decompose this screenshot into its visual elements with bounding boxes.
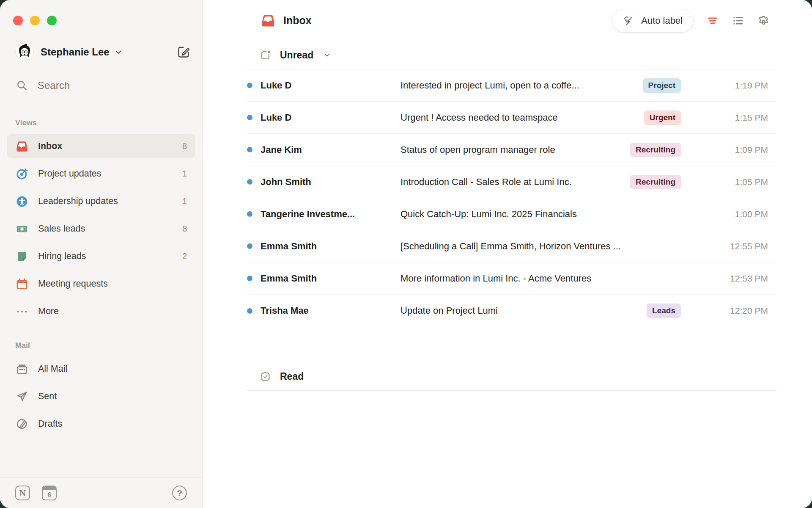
email-time: 1:00 PM bbox=[718, 209, 768, 219]
unread-count: 1 bbox=[182, 169, 187, 179]
main-header: Inbox Auto label bbox=[203, 0, 812, 41]
unread-email-rows: Luke DInterested in project Lumi, open t… bbox=[247, 69, 776, 327]
minimize-button[interactable] bbox=[30, 16, 40, 25]
email-row[interactable]: Luke DInterested in project Lumi, open t… bbox=[247, 69, 776, 102]
label-badge[interactable]: Project bbox=[643, 78, 681, 93]
header-actions: Auto label bbox=[612, 9, 770, 33]
unread-dot bbox=[247, 179, 252, 185]
label-badge[interactable]: Recruiting bbox=[630, 143, 681, 157]
email-subject: [Scheduling a Call] Emma Smith, Horizon … bbox=[401, 241, 681, 252]
email-row[interactable]: Emma Smith[Scheduling a Call] Emma Smith… bbox=[247, 230, 776, 262]
email-row[interactable]: Trisha MaeUpdate on Project LumiLeads12:… bbox=[247, 295, 776, 327]
sidebar-item-sent[interactable]: Sent bbox=[7, 384, 195, 409]
unread-dot bbox=[247, 276, 252, 281]
unread-dot bbox=[247, 115, 252, 120]
sidebar-item-hiring-leads[interactable]: Hiring leads2 bbox=[7, 244, 195, 268]
banknote-icon bbox=[16, 223, 28, 235]
email-sender: Emma Smith bbox=[261, 241, 401, 252]
email-sender: Jane Kim bbox=[261, 144, 401, 155]
email-row[interactable]: Jane KimStatus of open program manager r… bbox=[247, 134, 776, 166]
user-name: Stephanie Lee bbox=[41, 46, 110, 58]
email-sender: Emma Smith bbox=[261, 273, 401, 284]
calendar-badge[interactable]: 6 bbox=[42, 486, 57, 500]
inbox-icon bbox=[261, 14, 275, 28]
ellipsis-icon bbox=[16, 305, 28, 318]
auto-label-text: Auto label bbox=[641, 15, 683, 26]
sidebar-item-label: Meeting requests bbox=[38, 279, 187, 289]
email-row[interactable]: Luke DUrgent ! Access needed to teamspac… bbox=[247, 102, 776, 134]
label-badge[interactable]: Leads bbox=[647, 304, 681, 318]
auto-label-icon bbox=[623, 14, 635, 27]
inbox-icon bbox=[16, 140, 28, 153]
account-switcher[interactable]: Stephanie Lee bbox=[15, 42, 190, 62]
read-label: Read bbox=[280, 371, 304, 382]
list-view-button[interactable] bbox=[732, 14, 744, 27]
sidebar-item-inbox[interactable]: Inbox8 bbox=[7, 134, 195, 158]
sidebar-item-sales-leads[interactable]: Sales leads8 bbox=[7, 217, 195, 241]
sidebar-item-project-updates[interactable]: Project updates1 bbox=[7, 162, 195, 186]
chevron-down-icon bbox=[114, 47, 123, 57]
window-controls bbox=[0, 0, 202, 25]
sidebar-footer: N 6 ? bbox=[0, 478, 202, 508]
sidebar-item-drafts[interactable]: Drafts bbox=[7, 412, 195, 436]
sidebar-item-leadership-updates[interactable]: Leadership updates1 bbox=[7, 189, 195, 213]
sidebar-item-label: Project updates bbox=[38, 168, 182, 179]
calendar-icon bbox=[16, 278, 28, 290]
leadership-icon bbox=[16, 195, 28, 208]
label-badge[interactable]: Urgent bbox=[644, 110, 681, 125]
email-time: 1:05 PM bbox=[718, 177, 768, 187]
unread-count: 2 bbox=[182, 251, 187, 261]
target-icon bbox=[16, 168, 28, 180]
sidebar-item-label: All Mail bbox=[38, 364, 187, 374]
sidebar-item-label: More bbox=[38, 306, 187, 317]
email-row[interactable]: Tangerine Investme...Quick Catch-Up: Lum… bbox=[247, 198, 776, 230]
calendar-badge-top bbox=[43, 486, 56, 490]
note-icon bbox=[16, 250, 28, 263]
email-subject: More information in Lumi Inc. - Acme Ven… bbox=[401, 273, 681, 284]
unread-count: 8 bbox=[182, 141, 187, 151]
all-mail-icon bbox=[16, 363, 28, 375]
section-title: Mail bbox=[15, 341, 202, 350]
settings-button[interactable] bbox=[757, 14, 770, 27]
search-button[interactable]: Search bbox=[16, 76, 190, 95]
sidebar-item-label: Hiring leads bbox=[38, 251, 182, 262]
email-sender: Tangerine Investme... bbox=[261, 209, 401, 220]
search-label: Search bbox=[38, 80, 70, 91]
email-subject: Urgent ! Access needed to teamspace bbox=[401, 112, 644, 123]
unread-section-header[interactable]: Unread bbox=[247, 41, 776, 69]
sidebar-navigation: ViewsInbox8Project updates1Leadership up… bbox=[0, 95, 202, 439]
label-badge[interactable]: Recruiting bbox=[630, 175, 681, 189]
sidebar-section-views: ViewsInbox8Project updates1Leadership up… bbox=[0, 119, 202, 323]
email-time: 12:20 PM bbox=[718, 306, 768, 316]
notion-logo-badge[interactable]: N bbox=[15, 486, 30, 500]
maximize-button[interactable] bbox=[47, 16, 57, 25]
email-subject: Update on Project Lumi bbox=[401, 305, 647, 316]
unread-dot bbox=[247, 211, 252, 217]
drafts-icon bbox=[16, 418, 28, 431]
avatar bbox=[15, 43, 34, 61]
email-row[interactable]: John SmithIntroduction Call - Sales Role… bbox=[247, 166, 776, 198]
auto-label-button[interactable]: Auto label bbox=[612, 9, 694, 33]
email-row[interactable]: Emma SmithMore information in Lumi Inc. … bbox=[247, 262, 776, 295]
email-sender: Trisha Mae bbox=[261, 305, 401, 316]
compose-button[interactable] bbox=[177, 45, 190, 59]
email-time: 1:09 PM bbox=[718, 145, 768, 155]
sidebar-item-label: Drafts bbox=[38, 419, 187, 429]
unread-dot bbox=[247, 308, 252, 314]
unread-dot bbox=[247, 147, 252, 152]
sidebar-item-label: Inbox bbox=[38, 141, 182, 152]
send-icon bbox=[16, 390, 28, 403]
email-time: 1:19 PM bbox=[718, 80, 768, 91]
help-button[interactable]: ? bbox=[172, 486, 187, 500]
sidebar-item-label: Sent bbox=[38, 391, 187, 402]
read-section-header[interactable]: Read bbox=[247, 362, 776, 391]
sidebar-item-more[interactable]: More bbox=[7, 299, 195, 323]
email-subject: Introduction Call - Sales Role at Lumi I… bbox=[401, 177, 630, 188]
sidebar-item-meeting-requests[interactable]: Meeting requests bbox=[7, 272, 195, 296]
title-wrap: Inbox bbox=[261, 14, 312, 28]
close-button[interactable] bbox=[13, 16, 23, 25]
chevron-down-icon bbox=[323, 51, 331, 59]
filter-button[interactable] bbox=[706, 14, 719, 27]
sidebar-item-all-mail[interactable]: All Mail bbox=[7, 357, 195, 381]
read-checkbox-icon bbox=[260, 371, 271, 382]
